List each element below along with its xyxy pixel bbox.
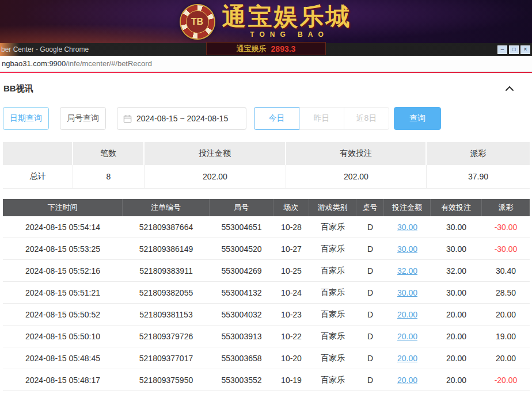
- site-logo: TB 通宝娱乐城 TONG BAO: [181, 5, 352, 39]
- bet-time: 2024-08-15 05:51:21: [3, 282, 123, 303]
- table-row: 2024-08-15 05:48:17 521809375950 5530035…: [3, 369, 530, 391]
- payout-cell: -30.00: [482, 216, 530, 238]
- bet-amount-link[interactable]: 20.00: [397, 332, 417, 341]
- session-no: 10-23: [273, 304, 309, 325]
- session-no: 10-19: [273, 369, 309, 390]
- header-game-type: 游戏类别: [309, 199, 356, 216]
- bet-time: 2024-08-15 05:50:52: [3, 304, 123, 325]
- header-bet-id: 注单编号: [123, 199, 210, 216]
- summary-count-value: 8: [73, 165, 145, 188]
- url-path: /infe/mcenter/#/betRecord: [66, 59, 152, 68]
- summary-total-row: 总计 8 202.00 202.00 37.90: [3, 165, 530, 189]
- section-title: BB视讯: [3, 83, 33, 94]
- maximize-button[interactable]: □: [509, 45, 519, 54]
- summary-bet-amount-value: 202.00: [145, 165, 286, 188]
- game-type: 百家乐: [309, 282, 356, 303]
- close-button[interactable]: ×: [520, 45, 530, 54]
- bet-amount-link[interactable]: 20.00: [397, 376, 417, 385]
- table-no: D: [356, 369, 384, 390]
- payout-cell: 28.50: [482, 282, 530, 303]
- game-type: 百家乐: [309, 369, 356, 390]
- bet-amount-link[interactable]: 20.00: [397, 354, 417, 363]
- bet-amount-link[interactable]: 20.00: [397, 310, 417, 319]
- header-table-no: 桌号: [356, 199, 384, 216]
- address-bar[interactable]: ngbao31.com:9900/infe/mcenter/#/betRecor…: [0, 56, 532, 72]
- search-button[interactable]: 查询: [394, 107, 441, 130]
- table-no: D: [356, 304, 384, 325]
- summary-header-valid-bet: 有效投注: [286, 142, 427, 165]
- valid-bet: 30.00: [431, 282, 482, 303]
- summary-header-payout: 派彩: [427, 142, 530, 165]
- payout-cell: -20.00: [482, 369, 530, 390]
- session-no: 10-28: [273, 216, 309, 238]
- table-row: 2024-08-15 05:53:25 521809386149 5530045…: [3, 238, 530, 260]
- bet-id: 521809375950: [123, 369, 210, 390]
- summary-table: 笔数 投注金额 有效投注 派彩 总计 8 202.00 202.00 37.90: [3, 142, 530, 189]
- yesterday-button[interactable]: 昨日: [299, 107, 344, 130]
- chip-monogram: TB: [186, 10, 209, 33]
- summary-valid-bet-value: 202.00: [286, 165, 427, 188]
- bet-time: 2024-08-15 05:48:17: [3, 369, 123, 390]
- bet-amount-link[interactable]: 30.00: [397, 244, 417, 254]
- round-no: 553004520: [210, 238, 273, 259]
- jackpot-value: 2893.3: [271, 44, 296, 53]
- bet-id: 521809387664: [123, 216, 210, 238]
- table-row: 2024-08-15 05:50:52 521809381153 5530040…: [3, 304, 530, 326]
- round-no: 553003552: [210, 369, 273, 390]
- payout-cell: 30.40: [482, 260, 530, 281]
- bet-time: 2024-08-15 05:52:16: [3, 260, 123, 281]
- date-range-value: 2024-08-15 ~ 2024-08-15: [136, 114, 228, 123]
- session-no: 10-22: [273, 326, 309, 347]
- top-region: TB 通宝娱乐城 TONG BAO 通宝娱乐 2893.3 ber Center…: [0, 0, 532, 73]
- today-button[interactable]: 今日: [254, 107, 299, 130]
- table-row: 2024-08-15 05:51:21 521809382055 5530041…: [3, 282, 530, 304]
- bet-amount-link[interactable]: 30.00: [397, 288, 417, 297]
- header-bet-time: 下注时间: [3, 199, 123, 216]
- table-header-row: 下注时间 注单编号 局号 场次 游戏类别 桌号 投注金额 有效投注 派彩: [3, 199, 530, 216]
- summary-header-blank: [3, 142, 73, 165]
- table-row: 2024-08-15 05:48:45 521809377017 5530036…: [3, 347, 530, 369]
- last-8-days-button[interactable]: 近8日: [344, 107, 389, 130]
- valid-bet: 20.00: [431, 326, 482, 347]
- jackpot-label: 通宝娱乐: [237, 44, 267, 54]
- bet-amount-link[interactable]: 30.00: [397, 223, 417, 232]
- bet-amount-link[interactable]: 32.00: [397, 266, 417, 275]
- game-type: 百家乐: [309, 260, 356, 281]
- window-title: ber Center - Google Chrome: [0, 45, 89, 53]
- game-type: 百家乐: [309, 216, 356, 238]
- round-no: 553004032: [210, 304, 273, 325]
- valid-bet: 30.00: [431, 216, 482, 238]
- round-no: 553003913: [210, 326, 273, 347]
- table-no: D: [356, 216, 384, 238]
- game-type: 百家乐: [309, 304, 356, 325]
- summary-header-count: 笔数: [73, 142, 145, 165]
- bet-id: 521809383911: [123, 260, 210, 281]
- valid-bet: 30.00: [431, 238, 482, 259]
- round-no: 553004651: [210, 216, 273, 238]
- round-no: 553004132: [210, 282, 273, 303]
- header-valid-bet: 有效投注: [431, 199, 482, 216]
- filter-bar: 日期查询 局号查询 2024-08-15 ~ 2024-08-15 今日 昨日 …: [3, 107, 530, 130]
- game-type: 百家乐: [309, 238, 356, 259]
- jackpot-ticker: 通宝娱乐 2893.3: [206, 42, 326, 55]
- header-session: 场次: [273, 199, 309, 216]
- date-query-tab[interactable]: 日期查询: [3, 107, 49, 130]
- minimize-button[interactable]: –: [497, 45, 507, 54]
- header-payout: 派彩: [482, 199, 530, 216]
- valid-bet: 20.00: [431, 304, 482, 325]
- table-row: 2024-08-15 05:54:14 521809387664 5530046…: [3, 216, 530, 238]
- round-query-tab[interactable]: 局号查询: [60, 107, 106, 130]
- bet-time: 2024-08-15 05:54:14: [3, 216, 123, 238]
- bet-record-table: 下注时间 注单编号 局号 场次 游戏类别 桌号 投注金额 有效投注 派彩 202…: [3, 199, 530, 391]
- header-bet-amount: 投注金额: [384, 199, 431, 216]
- bet-time: 2024-08-15 05:50:10: [3, 326, 123, 347]
- collapse-section-button[interactable]: [502, 83, 517, 94]
- date-range-picker[interactable]: 2024-08-15 ~ 2024-08-15: [117, 107, 246, 130]
- summary-total-label: 总计: [3, 165, 73, 188]
- session-no: 10-20: [273, 347, 309, 369]
- round-no: 553004269: [210, 260, 273, 281]
- summary-header-row: 笔数 投注金额 有效投注 派彩: [3, 142, 530, 165]
- table-row: 2024-08-15 05:50:10 521809379726 5530039…: [3, 326, 530, 347]
- section-header: BB视讯: [3, 81, 530, 96]
- bet-record-page: BB视讯 日期查询 局号查询 2024-08-15 ~ 2024-08-15 今…: [0, 81, 532, 391]
